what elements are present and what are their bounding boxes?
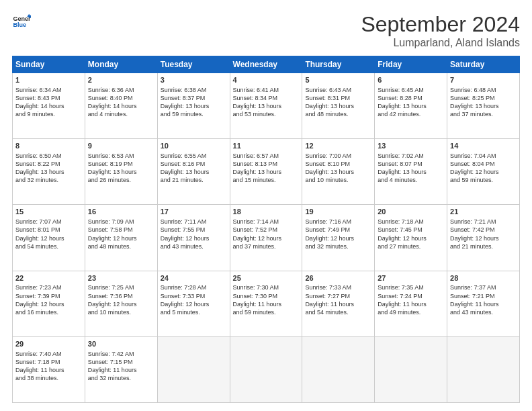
cell-4-5: 26Sunrise: 7:33 AMSunset: 7:27 PMDayligh… xyxy=(302,271,375,336)
day-info-line: Sunrise: 6:57 AM xyxy=(233,152,300,160)
week-row-4: 22Sunrise: 7:23 AMSunset: 7:39 PMDayligh… xyxy=(13,271,520,336)
day-info-line: Sunrise: 7:00 AM xyxy=(305,152,371,160)
weekday-thursday: Thursday xyxy=(302,56,375,73)
day-info-line: Sunrise: 6:45 AM xyxy=(378,86,444,94)
day-info-line: and 32 minutes. xyxy=(88,374,154,382)
day-info-line: Sunrise: 6:41 AM xyxy=(233,86,300,94)
cell-5-4 xyxy=(230,336,302,402)
cell-5-6 xyxy=(375,336,447,402)
day-info-line: and 59 minutes. xyxy=(450,176,517,184)
day-info-line: Sunset: 7:42 PM xyxy=(450,226,517,234)
day-info-line: and 37 minutes. xyxy=(450,110,517,118)
day-info-line: Sunset: 8:16 PM xyxy=(161,160,227,168)
day-info-line: Sunrise: 7:35 AM xyxy=(378,283,444,291)
day-number: 8 xyxy=(15,141,82,151)
day-info-line: and 4 minutes. xyxy=(88,110,154,118)
day-info-line: Sunset: 8:31 PM xyxy=(305,94,371,102)
cell-4-7: 28Sunrise: 7:37 AMSunset: 7:21 PMDayligh… xyxy=(447,271,520,336)
day-info-line: Sunset: 7:55 PM xyxy=(161,226,227,234)
day-info-line: Sunset: 8:01 PM xyxy=(15,226,82,234)
day-info-line: Sunrise: 6:48 AM xyxy=(450,86,517,94)
day-info-line: Sunrise: 7:40 AM xyxy=(15,350,82,358)
cell-3-4: 18Sunrise: 7:14 AMSunset: 7:52 PMDayligh… xyxy=(230,205,302,271)
week-row-1: 1Sunrise: 6:34 AMSunset: 8:43 PMDaylight… xyxy=(13,73,520,139)
day-info-line: Daylight: 13 hours xyxy=(233,168,300,176)
day-info-line: and 53 minutes. xyxy=(233,110,300,118)
day-info-line: and 48 minutes. xyxy=(88,242,154,250)
day-info-line: Sunrise: 7:25 AM xyxy=(88,283,154,291)
day-number: 25 xyxy=(233,273,300,283)
day-info-line: Sunset: 8:22 PM xyxy=(15,160,82,168)
cell-2-7: 14Sunrise: 7:04 AMSunset: 8:04 PMDayligh… xyxy=(447,139,520,205)
day-number: 21 xyxy=(450,207,517,217)
cell-1-2: 2Sunrise: 6:36 AMSunset: 8:40 PMDaylight… xyxy=(85,73,157,139)
day-info-line: and 16 minutes. xyxy=(15,308,82,316)
location: Lumparland, Aland Islands xyxy=(361,37,520,49)
day-info-line: Daylight: 13 hours xyxy=(305,168,371,176)
day-info-line: Daylight: 13 hours xyxy=(233,102,300,110)
day-info-line: Sunrise: 6:38 AM xyxy=(161,86,227,94)
cell-3-5: 19Sunrise: 7:16 AMSunset: 7:49 PMDayligh… xyxy=(302,205,375,271)
day-number: 5 xyxy=(305,75,371,85)
day-info-line: Sunset: 7:39 PM xyxy=(15,292,82,300)
day-info-line: Sunrise: 7:07 AM xyxy=(15,218,82,226)
day-info-line: Sunset: 8:28 PM xyxy=(378,94,444,102)
day-info-line: Sunrise: 7:42 AM xyxy=(88,350,154,358)
day-info-line: Sunset: 8:13 PM xyxy=(233,160,300,168)
cell-1-4: 4Sunrise: 6:41 AMSunset: 8:34 PMDaylight… xyxy=(230,73,302,139)
day-info-line: Sunset: 8:37 PM xyxy=(161,94,227,102)
weekday-header-row: SundayMondayTuesdayWednesdayThursdayFrid… xyxy=(13,56,520,73)
day-info-line: Daylight: 12 hours xyxy=(378,234,444,242)
day-info-line: Daylight: 11 hours xyxy=(305,300,371,308)
day-info-line: Sunrise: 7:18 AM xyxy=(378,218,444,226)
day-number: 4 xyxy=(233,75,300,85)
weekday-sunday: Sunday xyxy=(13,56,85,73)
day-info-line: and 38 minutes. xyxy=(15,374,82,382)
day-info-line: and 10 minutes. xyxy=(88,308,154,316)
day-info-line: and 26 minutes. xyxy=(88,176,154,184)
day-info-line: Sunset: 7:24 PM xyxy=(378,292,444,300)
week-row-5: 29Sunrise: 7:40 AMSunset: 7:18 PMDayligh… xyxy=(13,336,520,402)
day-info-line: and 32 minutes. xyxy=(305,242,371,250)
day-info-line: Daylight: 12 hours xyxy=(305,234,371,242)
cell-3-7: 21Sunrise: 7:21 AMSunset: 7:42 PMDayligh… xyxy=(447,205,520,271)
cell-4-4: 25Sunrise: 7:30 AMSunset: 7:30 PMDayligh… xyxy=(230,271,302,336)
calendar-body: 1Sunrise: 6:34 AMSunset: 8:43 PMDaylight… xyxy=(13,73,520,403)
day-info-line: and 59 minutes. xyxy=(161,110,227,118)
cell-5-2: 30Sunrise: 7:42 AMSunset: 7:15 PMDayligh… xyxy=(85,336,157,402)
title-block: September 2024 Lumparland, Aland Islands xyxy=(361,12,520,49)
day-info-line: Daylight: 11 hours xyxy=(450,300,517,308)
weekday-wednesday: Wednesday xyxy=(230,56,302,73)
day-number: 30 xyxy=(88,339,154,349)
day-number: 15 xyxy=(15,207,82,217)
day-number: 9 xyxy=(88,141,154,151)
day-info-line: Sunset: 7:45 PM xyxy=(378,226,444,234)
day-info-line: and 21 minutes. xyxy=(161,176,227,184)
day-info-line: and 49 minutes. xyxy=(378,308,444,316)
cell-2-2: 9Sunrise: 6:53 AMSunset: 8:19 PMDaylight… xyxy=(85,139,157,205)
cell-5-3 xyxy=(157,336,230,402)
day-info-line: and 59 minutes. xyxy=(233,308,300,316)
day-info-line: Sunrise: 7:11 AM xyxy=(161,218,227,226)
day-info-line: and 10 minutes. xyxy=(305,176,371,184)
day-info-line: and 37 minutes. xyxy=(233,242,300,250)
day-info-line: Sunrise: 7:16 AM xyxy=(305,218,371,226)
day-info-line: Daylight: 11 hours xyxy=(233,300,300,308)
day-info-line: Sunrise: 7:37 AM xyxy=(450,283,517,291)
day-info-line: Sunrise: 6:36 AM xyxy=(88,86,154,94)
weekday-tuesday: Tuesday xyxy=(157,56,230,73)
cell-2-3: 10Sunrise: 6:55 AMSunset: 8:16 PMDayligh… xyxy=(157,139,230,205)
day-info-line: Sunset: 8:04 PM xyxy=(450,160,517,168)
day-info-line: Sunrise: 7:09 AM xyxy=(88,218,154,226)
cell-5-7 xyxy=(447,336,520,402)
day-number: 22 xyxy=(15,273,82,283)
day-info-line: Daylight: 14 hours xyxy=(88,102,154,110)
day-info-line: and 32 minutes. xyxy=(15,176,82,184)
day-info-line: Daylight: 13 hours xyxy=(378,168,444,176)
day-info-line: and 54 minutes. xyxy=(305,308,371,316)
cell-5-1: 29Sunrise: 7:40 AMSunset: 7:18 PMDayligh… xyxy=(13,336,85,402)
day-info-line: Daylight: 12 hours xyxy=(450,168,517,176)
cell-4-3: 24Sunrise: 7:28 AMSunset: 7:33 PMDayligh… xyxy=(157,271,230,336)
day-info-line: Sunrise: 6:53 AM xyxy=(88,152,154,160)
day-number: 12 xyxy=(305,141,371,151)
